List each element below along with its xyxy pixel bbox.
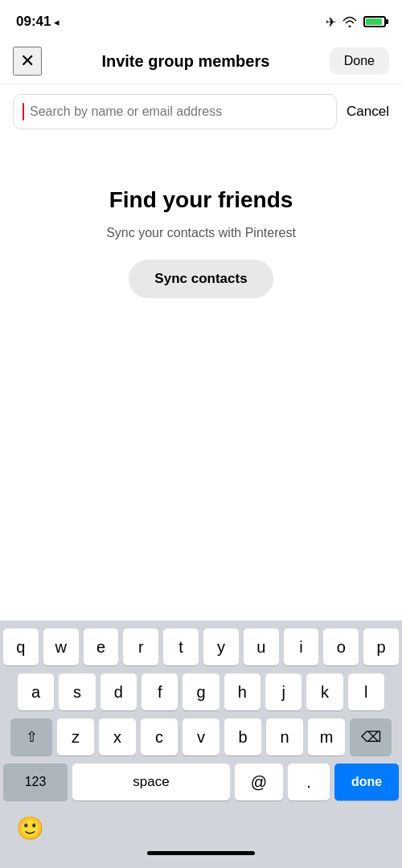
search-input-wrapper xyxy=(13,94,337,129)
close-button[interactable]: ✕ xyxy=(13,47,42,76)
at-key[interactable]: @ xyxy=(235,764,283,800)
keyboard: q w e r t y u i o p a s d f g h j k l ⇧ … xyxy=(0,620,402,868)
close-icon: ✕ xyxy=(20,51,35,72)
key-v[interactable]: v xyxy=(183,719,219,755)
numbers-key[interactable]: 123 xyxy=(3,764,68,800)
emoji-button[interactable]: 🙂 xyxy=(16,815,44,841)
key-z[interactable]: z xyxy=(57,719,94,755)
key-u[interactable]: u xyxy=(244,628,279,665)
status-time: 09:41 ◂ xyxy=(16,14,59,30)
key-w[interactable]: w xyxy=(43,628,79,665)
key-k[interactable]: k xyxy=(306,674,343,710)
keyboard-bottom-section: 🙂 xyxy=(3,809,399,868)
cancel-button[interactable]: Cancel xyxy=(347,104,389,120)
key-y[interactable]: y xyxy=(203,628,239,665)
delete-key[interactable]: ⌫ xyxy=(350,719,392,755)
key-l[interactable]: l xyxy=(348,674,384,710)
key-x[interactable]: x xyxy=(99,719,136,755)
location-icon: ◂ xyxy=(54,16,59,28)
key-a[interactable]: a xyxy=(18,674,54,710)
key-r[interactable]: r xyxy=(123,628,158,665)
sync-contacts-button[interactable]: Sync contacts xyxy=(129,260,273,298)
find-friends-subtitle: Sync your contacts with Pinterest xyxy=(106,226,296,240)
key-h[interactable]: h xyxy=(224,674,260,710)
battery-icon xyxy=(363,16,386,27)
bottom-bar: 🙂 xyxy=(3,809,399,851)
keyboard-row-bottom: 123 space @ . done xyxy=(3,764,399,800)
search-container: Cancel xyxy=(0,84,402,139)
keyboard-row-3: ⇧ z x c v b n m ⌫ xyxy=(3,719,399,755)
key-s[interactable]: s xyxy=(59,674,95,710)
key-g[interactable]: g xyxy=(183,674,219,710)
header: ✕ Invite group members Done xyxy=(0,39,402,84)
find-friends-title: Find your friends xyxy=(109,187,293,213)
key-i[interactable]: i xyxy=(284,628,319,665)
airplane-icon: ✈ xyxy=(326,14,336,30)
key-b[interactable]: b xyxy=(224,719,261,755)
done-button[interactable]: Done xyxy=(330,47,389,75)
key-q[interactable]: q xyxy=(3,628,39,665)
main-content: Find your friends Sync your contacts wit… xyxy=(0,139,402,346)
keyboard-row-1: q w e r t y u i o p xyxy=(3,628,399,665)
key-n[interactable]: n xyxy=(266,719,303,755)
key-t[interactable]: t xyxy=(163,628,199,665)
key-p[interactable]: p xyxy=(363,628,399,665)
key-j[interactable]: j xyxy=(265,674,302,710)
space-key[interactable]: space xyxy=(72,764,230,800)
key-f[interactable]: f xyxy=(142,674,178,710)
status-icons: ✈ xyxy=(326,14,386,30)
search-input[interactable] xyxy=(13,94,337,129)
key-m[interactable]: m xyxy=(308,719,345,755)
status-bar: 09:41 ◂ ✈ xyxy=(0,0,402,39)
keyboard-done-key[interactable]: done xyxy=(334,764,399,800)
key-d[interactable]: d xyxy=(100,674,137,710)
key-o[interactable]: o xyxy=(323,628,359,665)
key-c[interactable]: c xyxy=(141,719,178,755)
wifi-icon xyxy=(343,16,357,27)
period-key[interactable]: . xyxy=(288,764,330,800)
search-cursor xyxy=(23,103,24,121)
key-e[interactable]: e xyxy=(84,628,119,665)
page-title: Invite group members xyxy=(42,52,330,71)
keyboard-row-2: a s d f g h j k l xyxy=(3,674,399,710)
shift-key[interactable]: ⇧ xyxy=(10,719,52,755)
